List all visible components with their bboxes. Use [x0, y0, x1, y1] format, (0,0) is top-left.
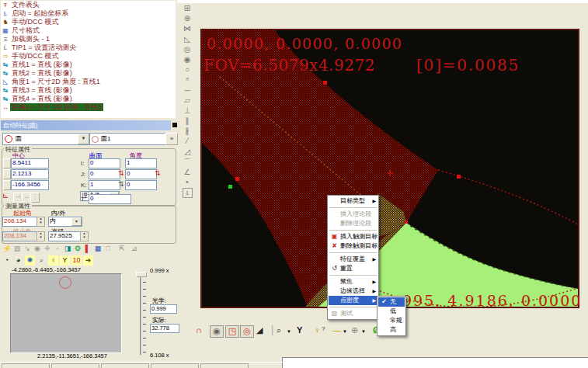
optical-field[interactable]: 0.999: [150, 304, 177, 314]
z-lock-button[interactable]: [3, 180, 11, 190]
small-triangle-icon[interactable]: ◿: [179, 147, 196, 157]
crosshair-icon[interactable]: ⊕: [351, 325, 358, 335]
tree-item[interactable]: ◺角度1 = 尺寸2D 角度 : 直线1: [1, 78, 176, 86]
feature-type-combo[interactable]: 圆 ▼: [2, 133, 90, 145]
i-field[interactable]: 0: [89, 158, 120, 168]
camera-view[interactable]: 0.0000, 0.0000, 0.0000 FOV=6.5079x4.9272…: [200, 29, 579, 308]
burst-icon[interactable]: ✺: [25, 255, 35, 266]
triangle-icon[interactable]: ◺: [179, 34, 196, 44]
j-field[interactable]: 0: [89, 169, 120, 179]
magnifier-icon[interactable]: ⌕: [37, 255, 47, 266]
x-lock-button[interactable]: [3, 158, 11, 168]
plane-icon[interactable]: ▱: [179, 95, 196, 106]
arc-icon[interactable]: ⌒: [179, 157, 196, 167]
start-angle-field[interactable]: 208.134: [2, 217, 39, 227]
point-icon[interactable]: •: [179, 177, 196, 187]
menu-item[interactable]: ↺重置: [329, 264, 378, 273]
j2-field[interactable]: 0: [125, 169, 157, 179]
tree-item[interactable]: ↹直线2 = 直线 (影像): [1, 69, 176, 78]
k2-field[interactable]: 0: [125, 180, 157, 190]
probe-icon[interactable]: ◉: [32, 244, 43, 253]
half-icon[interactable]: ◨: [62, 244, 73, 253]
rect-icon[interactable]: □: [103, 244, 113, 253]
grid-icon[interactable]: ⊞: [179, 3, 196, 13]
line-icon[interactable]: ─: [179, 85, 196, 95]
zoom-slider-track[interactable]: [140, 273, 142, 355]
angle-icon[interactable]: ∠: [179, 167, 196, 177]
feature-id-field[interactable]: 圆1: [89, 133, 166, 145]
actual-field[interactable]: 32.778: [150, 324, 179, 333]
menu-item[interactable]: 特征覆盖▶: [329, 255, 378, 264]
magnet-icon[interactable]: ∩: [196, 325, 202, 335]
target2-icon[interactable]: ◎: [240, 325, 254, 338]
menu-item[interactable]: 边缘选择▶: [329, 286, 378, 296]
diameter-field[interactable]: 27.9525: [48, 231, 82, 241]
end-angle-field[interactable]: 208.134: [2, 231, 39, 241]
menu-item[interactable]: ▣插入触测目标: [329, 232, 378, 241]
grid2-icon[interactable]: ▦: [92, 244, 103, 253]
ten-icon[interactable]: 10: [71, 255, 82, 266]
submenu-item[interactable]: 高: [378, 325, 405, 335]
submenu-item[interactable]: 常规: [378, 316, 405, 325]
combo-arrow[interactable]: ▼: [78, 134, 89, 144]
inout-combo[interactable]: 内 ▼: [48, 217, 82, 227]
circle-cross-icon[interactable]: ⊕: [179, 13, 196, 23]
menu-item[interactable]: 删除理论段: [329, 219, 378, 228]
tree-item[interactable]: Ŧ文件表头: [1, 1, 176, 9]
j2-flip-icon[interactable]: ⇅: [155, 169, 161, 177]
start-angle-spinner[interactable]: ▲▼: [37, 217, 45, 227]
cross-icon[interactable]: ✛: [42, 244, 53, 253]
i2-field[interactable]: 1: [125, 158, 157, 168]
one-icon[interactable]: 1: [183, 188, 193, 198]
inout-combo-arrow[interactable]: ▼: [71, 217, 82, 226]
goblet-icon[interactable]: Y: [60, 255, 70, 266]
submenu-item[interactable]: 低: [378, 307, 405, 316]
bowtie-icon[interactable]: ⋈: [179, 23, 196, 33]
slash-icon[interactable]: ⁄: [179, 136, 196, 146]
y-field[interactable]: 2.1213: [11, 169, 49, 179]
k-flip-icon[interactable]: ⇅: [118, 180, 124, 188]
move-icon[interactable]: ↘: [22, 244, 33, 253]
menu-item[interactable]: 聚焦▶: [329, 277, 378, 286]
box-icon[interactable]: ▫: [52, 244, 63, 253]
marker-icon[interactable]: ◳: [225, 325, 239, 338]
hatch-icon[interactable]: 〃: [179, 75, 196, 85]
tree-item[interactable]: ĹTIP1 = 设置活动测尖: [1, 43, 176, 52]
ring-icon[interactable]: ◉: [179, 54, 196, 64]
crosshair-icon-dropdown[interactable]: ▼: [361, 329, 366, 334]
menu-item[interactable]: ✘删除触测目标: [329, 241, 378, 251]
line-tool-icon-dropdown[interactable]: ▼: [343, 329, 347, 334]
double-circle-icon[interactable]: ◎: [179, 44, 196, 54]
tree-item[interactable]: Ŀ启动 = 起始坐标系: [1, 9, 176, 18]
camera-icon[interactable]: ◉: [210, 325, 224, 338]
stage-icon[interactable]: Y: [297, 325, 302, 335]
parallel-icon[interactable]: ∥: [179, 116, 196, 126]
tree-item[interactable]: ↹直线1 = 直线 (影像): [1, 61, 176, 69]
tree-item[interactable]: ▦尺寸格式: [1, 26, 176, 35]
expand-button[interactable]: »: [165, 133, 178, 145]
angle2-icon[interactable]: ⊿: [129, 244, 140, 253]
separator[interactable]: │: [270, 325, 276, 335]
edit-icon[interactable]: ▨: [12, 244, 23, 253]
bars-icon[interactable]: ▌: [82, 244, 93, 253]
pointer-icon[interactable]: ⇱: [117, 244, 127, 253]
bulb-icon[interactable]: ♀: [48, 255, 58, 266]
tree-item[interactable]: Ξ加载测头 - 1: [1, 35, 176, 43]
z-field[interactable]: -166.3456: [11, 180, 49, 190]
tree-item[interactable]: ↹直线4 = 直线 (影像): [1, 95, 176, 103]
not-parallel-icon[interactable]: ∦: [179, 126, 196, 136]
submenu-item[interactable]: ✔无: [378, 297, 405, 307]
zoom-icon[interactable]: ⌕: [277, 325, 281, 335]
k-field[interactable]: 1: [89, 180, 120, 190]
y-lock-button[interactable]: [3, 169, 11, 179]
menu-item[interactable]: 目标类型▶: [329, 196, 378, 206]
tree-item[interactable]: ↔距离2 = 尺寸 2D 距离 : 直线3: [1, 103, 176, 112]
menu-item[interactable]: ▧测试: [329, 309, 378, 318]
t-field[interactable]: 0: [89, 194, 131, 204]
j-flip-icon[interactable]: ⇅: [118, 169, 124, 177]
camera-preview[interactable]: [10, 273, 122, 353]
lamp-icon[interactable]: ♀: [314, 325, 320, 335]
arrow-icon[interactable]: ➜: [83, 255, 93, 266]
x-field[interactable]: 8.5411: [11, 158, 49, 168]
perpendicular-icon[interactable]: ⊥: [179, 106, 196, 116]
